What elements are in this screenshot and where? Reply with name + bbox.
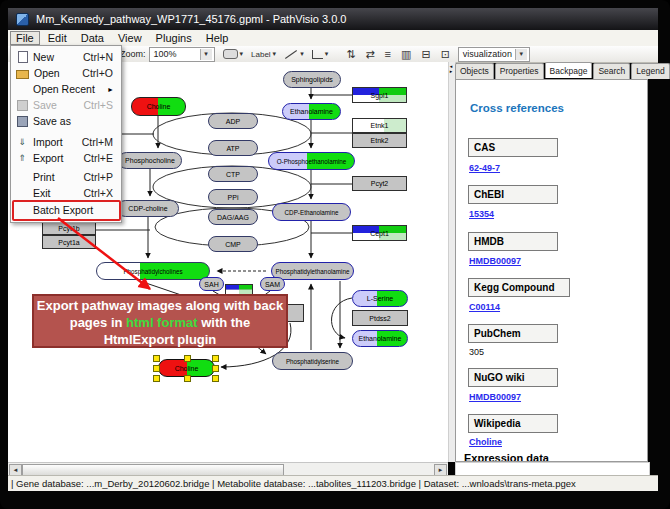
tab-backpage[interactable]: Backpage [545, 62, 593, 78]
node-phosphatidylserine[interactable]: Phosphatidylserine [272, 352, 353, 370]
node-ethanolamine-top[interactable]: Ethanolamine [282, 103, 341, 120]
node-sam[interactable]: SAM [260, 277, 285, 291]
cross-references-heading: Cross references [470, 102, 564, 114]
tab-search[interactable]: Search [593, 63, 630, 79]
node-sphingolipids[interactable]: Sphingolipids [283, 71, 341, 88]
menu-item-label: New [33, 51, 54, 63]
file-menu-item-export[interactable]: ⇑ Export Ctrl+E [12, 150, 118, 166]
title-bar[interactable]: Mm_Kennedy_pathway_WP1771_45176.gpml - P… [8, 8, 658, 31]
node-sgpl1[interactable]: Sgpl1 [352, 87, 407, 103]
splitter-right-icon[interactable]: ▸ [450, 68, 453, 74]
print-preview-icon[interactable]: ⊟ [421, 48, 430, 61]
node-phosphatidylethanolamine[interactable]: Phosphatidylethanolamine [271, 262, 354, 280]
node-cdp-ethanolamine[interactable]: CDP-Ethanolamine [272, 203, 351, 221]
chevron-down-icon[interactable]: ▾ [240, 50, 244, 58]
node-ptdss2[interactable]: Ptdss2 [352, 310, 408, 326]
align-vertical-center-icon[interactable]: ⇅ [346, 48, 355, 61]
pathvisio-window: Mm_Kennedy_pathway_WP1771_45176.gpml - P… [0, 0, 670, 509]
node-dag-aag[interactable]: DAG/AAG [208, 209, 258, 225]
selection-handle[interactable] [184, 375, 191, 382]
connector-tool-button[interactable]: ▾ [312, 48, 329, 61]
menu-item-label: Save as [33, 115, 71, 127]
menu-item-shortcut: Ctrl+N [83, 51, 118, 63]
copy-page-icon[interactable]: ⊡ [441, 48, 450, 61]
node-choline-top[interactable]: Choline [131, 97, 186, 116]
selection-handle[interactable] [153, 365, 160, 372]
file-menu-item-exit[interactable]: Exit Ctrl+X [12, 185, 118, 201]
menu-edit[interactable]: Edit [42, 31, 73, 45]
menu-plugins[interactable]: Plugins [150, 31, 198, 45]
selection-handle[interactable] [212, 355, 219, 362]
selection-handle[interactable] [153, 355, 160, 362]
node-etnk2[interactable]: Etnk2 [352, 133, 407, 148]
xref-section-nugo: NuGO wiki [468, 368, 558, 387]
file-menu-item-new[interactable]: New Ctrl+N [12, 49, 118, 65]
menu-item-shortcut: Ctrl+P [84, 171, 118, 183]
line-tool-button[interactable]: ▾ [284, 48, 304, 61]
xref-link-hmdb[interactable]: HMDB00097 [469, 256, 521, 266]
backpage-panel: Cross references CAS 62-49-7 ChEBI 15354… [455, 79, 648, 462]
tab-objects[interactable]: Objects [455, 63, 494, 79]
selection-handle[interactable] [212, 365, 219, 372]
chevron-down-icon[interactable]: ▾ [273, 50, 277, 58]
label-tool-button[interactable]: Label ▾ [251, 48, 276, 61]
align-horizontal-center-icon[interactable]: ⇄ [365, 48, 374, 61]
annotation-line2-highlight: html format [126, 315, 198, 330]
common-height-icon[interactable]: ≡ [385, 48, 391, 60]
file-menu-item-open[interactable]: Open Ctrl+O [12, 65, 118, 81]
node-pcyt2[interactable]: Pcyt2 [352, 176, 407, 191]
file-menu-item-open-recent[interactable]: Open Recent ► [12, 81, 118, 97]
xref-link-cas[interactable]: 62-49-7 [469, 163, 500, 173]
file-menu-item-save-as[interactable]: Save as [12, 113, 118, 129]
node-ppi[interactable]: PPi [208, 189, 258, 205]
annotation-line2-post: with the [198, 315, 251, 330]
xref-link-chebi[interactable]: 15354 [469, 209, 494, 219]
node-etnk1[interactable]: Etnk1 [352, 118, 407, 133]
canvas-horizontal-scrollbar[interactable]: ◄ ► [8, 462, 448, 475]
file-menu-item-save[interactable]: Save Ctrl+S [12, 97, 118, 113]
save-icon [17, 100, 28, 111]
node-phosphatidylcholines[interactable]: Phosphatidylcholines [96, 262, 210, 280]
xref-link-wikipedia[interactable]: Choline [469, 437, 502, 447]
node-o-phosphoethanolamine[interactable]: O-Phosphoethanolamine [268, 152, 355, 170]
chevron-down-icon[interactable]: ▾ [515, 49, 527, 60]
datanode-tool-button[interactable]: ▾ [223, 48, 244, 61]
zoom-combobox[interactable]: 100% ▾ [149, 47, 215, 62]
xref-section-chebi: ChEBI [468, 185, 558, 204]
node-ethanolamine-bottom[interactable]: Ethanolamine [352, 330, 408, 347]
file-menu-item-print[interactable]: Print Ctrl+P [12, 169, 118, 185]
menu-view[interactable]: View [112, 31, 148, 45]
line-icon [285, 50, 297, 59]
node-pcyt1a[interactable]: Pcyt1a [42, 235, 96, 249]
node-ctp[interactable]: CTP [208, 166, 258, 182]
tab-properties[interactable]: Properties [495, 63, 544, 79]
common-width-icon[interactable]: ▥ [401, 48, 411, 61]
chevron-down-icon[interactable]: ▾ [300, 50, 304, 58]
splitter-collapse-icons[interactable]: ◂▸ [448, 64, 454, 74]
chevron-down-icon[interactable]: ▾ [200, 49, 212, 60]
xref-link-kegg[interactable]: C00114 [469, 302, 500, 312]
annotation-line2-pre: pages in [70, 315, 126, 330]
visualization-combobox[interactable]: visualization ▾ [458, 47, 530, 62]
node-phosphocholine[interactable]: Phosphocholine [118, 152, 182, 169]
menu-data[interactable]: Data [75, 31, 110, 45]
menu-file[interactable]: File [10, 31, 40, 45]
selection-handle[interactable] [153, 375, 160, 382]
node-cept1[interactable]: Cept1 [352, 225, 407, 241]
node-atp[interactable]: ATP [208, 140, 258, 156]
node-adp[interactable]: ADP [208, 113, 258, 129]
node-cdp-choline[interactable]: CDP-choline [117, 200, 179, 217]
node-cmp[interactable]: CMP [208, 236, 258, 252]
xref-link-nugo[interactable]: HMDB00097 [469, 392, 521, 402]
file-menu-item-import[interactable]: ⇓ Import Ctrl+M [12, 134, 118, 150]
sidebar-tab-bar: Objects Properties Backpage Search Legen… [455, 63, 648, 79]
xref-section-cas: CAS [468, 138, 558, 157]
menu-help[interactable]: Help [200, 31, 235, 45]
tab-legend[interactable]: Legend [631, 63, 669, 79]
node-pcyt1b[interactable]: Pcyt1b [42, 221, 96, 235]
node-l-serine[interactable]: L-Serine [352, 290, 408, 307]
chevron-down-icon[interactable]: ▾ [325, 50, 329, 58]
selection-handle[interactable] [212, 375, 219, 382]
selection-handle[interactable] [184, 355, 191, 362]
node-sah[interactable]: SAH [199, 277, 224, 291]
